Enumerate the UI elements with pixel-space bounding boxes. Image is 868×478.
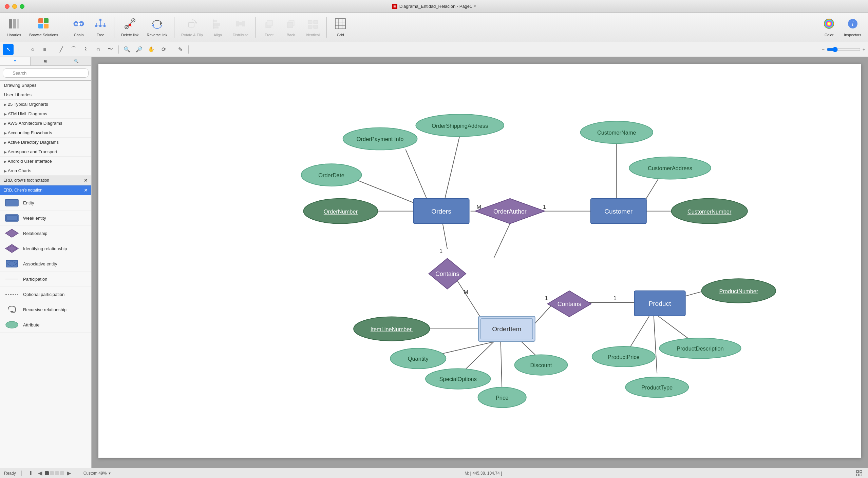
shape-attribute[interactable]: Attribute bbox=[0, 317, 91, 333]
shape-participation[interactable]: Participation bbox=[0, 272, 91, 287]
ellipse-tool[interactable]: ○ bbox=[27, 44, 38, 55]
erd-chens-panel-header[interactable]: ERD, Chen's notation ✕ bbox=[0, 185, 91, 195]
sidebar-item-drawing-shapes[interactable]: Drawing Shapes bbox=[0, 81, 91, 90]
line-tool[interactable]: ╱ bbox=[56, 44, 67, 55]
erd-chens-close[interactable]: ✕ bbox=[84, 187, 88, 193]
inspectors-icon: i bbox=[847, 18, 859, 32]
svg-text:Price: Price bbox=[496, 395, 508, 401]
browse-solutions-button[interactable]: Browse Solutions bbox=[26, 16, 61, 39]
shape-recursive-relationship[interactable]: Recursive relationship bbox=[0, 302, 91, 317]
app-icon: ⊞ bbox=[392, 4, 397, 9]
sidebar-item-aerospace[interactable]: Aerospace and Transport bbox=[0, 147, 91, 157]
sidebar-item-orgcharts[interactable]: 25 Typical Orgcharts bbox=[0, 100, 91, 109]
window-title: ⊞ Diagrama_Entidad_Relacion - Page1 ▾ bbox=[392, 4, 476, 9]
canvas-area[interactable]: M 1 1 M bbox=[92, 57, 868, 468]
rotate-flip-button[interactable]: Rotate & Flip bbox=[178, 16, 206, 39]
rect-tool[interactable]: □ bbox=[15, 44, 26, 55]
libraries-button[interactable]: Libraries bbox=[3, 16, 24, 39]
zoom-slider[interactable] bbox=[827, 47, 861, 52]
shape-entity[interactable]: Entity bbox=[0, 195, 91, 211]
sidebar-tab-search[interactable]: 🔍 bbox=[61, 57, 91, 65]
back-label: Back bbox=[287, 33, 295, 37]
color-button[interactable]: Color bbox=[819, 16, 839, 39]
associative-entity-preview bbox=[5, 259, 19, 268]
maximize-button[interactable] bbox=[20, 4, 24, 9]
zoom-out-icon[interactable]: − bbox=[822, 47, 825, 52]
hand-tool[interactable]: ✋ bbox=[146, 44, 157, 55]
identical-button[interactable]: Identical bbox=[302, 16, 323, 39]
next-page-arrow[interactable]: ▶ bbox=[65, 470, 72, 476]
prev-page-button[interactable]: ⏸ bbox=[27, 470, 35, 476]
connect-all-tool[interactable]: ⟳ bbox=[158, 44, 169, 55]
svg-text:1: 1 bbox=[545, 295, 548, 301]
tree-button[interactable]: Tree bbox=[90, 16, 111, 39]
svg-rect-141 bbox=[856, 471, 858, 473]
svg-rect-30 bbox=[213, 20, 217, 22]
svg-line-83 bbox=[501, 342, 502, 393]
connector-tool[interactable]: ⟤ bbox=[93, 44, 103, 55]
titlebar: ⊞ Diagrama_Entidad_Relacion - Page1 ▾ bbox=[0, 0, 868, 13]
status-text: Ready bbox=[4, 471, 16, 476]
erd-crows-panel-header[interactable]: ERD, crow's foot notation ✕ bbox=[0, 176, 91, 185]
sidebar-item-active-directory[interactable]: Active Directory Diagrams bbox=[0, 138, 91, 147]
shape-optional-participation[interactable]: Optional participation bbox=[0, 287, 91, 302]
select-tool[interactable]: ↖ bbox=[3, 44, 14, 55]
svg-rect-2 bbox=[17, 19, 19, 28]
shape-identifying-rel[interactable]: Identifying relationship bbox=[0, 241, 91, 256]
title-dropdown-icon[interactable]: ▾ bbox=[474, 4, 476, 8]
recursive-rel-preview bbox=[5, 305, 19, 314]
svg-text:i: i bbox=[852, 20, 853, 27]
minimize-button[interactable] bbox=[12, 4, 17, 9]
shape-relationship[interactable]: Relationship bbox=[0, 226, 91, 241]
back-button[interactable]: Back bbox=[281, 16, 301, 39]
optional-participation-label: Optional participation bbox=[23, 292, 64, 297]
svg-text:Contains: Contains bbox=[435, 271, 459, 277]
attribute-preview bbox=[5, 320, 19, 330]
shape-weak-entity[interactable]: Weak entity bbox=[0, 211, 91, 226]
svg-line-90 bbox=[628, 316, 649, 350]
sidebar-tab-list[interactable]: ≡ bbox=[0, 57, 31, 65]
chain-button[interactable]: Chain bbox=[69, 16, 89, 39]
svg-rect-32 bbox=[213, 26, 219, 28]
reverse-link-button[interactable]: Reverse link bbox=[144, 16, 171, 39]
inspectors-button[interactable]: i Inspectors bbox=[841, 16, 865, 39]
distribute-button[interactable]: Distribute bbox=[229, 16, 252, 39]
prev-page-arrow[interactable]: ◀ bbox=[37, 470, 43, 476]
text-tool[interactable]: ≡ bbox=[39, 44, 50, 55]
canvas[interactable]: M 1 1 M bbox=[98, 64, 861, 458]
page-dot-4[interactable] bbox=[60, 471, 64, 475]
sidebar-item-user-libraries[interactable]: User Libraries bbox=[0, 90, 91, 100]
grid-button[interactable]: Grid bbox=[330, 16, 351, 39]
search-input[interactable] bbox=[3, 68, 89, 78]
page-dot-1[interactable] bbox=[45, 471, 49, 475]
delete-link-button[interactable]: Delete link bbox=[118, 16, 142, 39]
erd-crows-close[interactable]: ✕ bbox=[84, 178, 88, 183]
fit-page-icon[interactable] bbox=[856, 470, 863, 477]
align-button[interactable]: Align bbox=[208, 16, 228, 39]
page-dot-3[interactable] bbox=[55, 471, 59, 475]
sidebar-item-atm-uml[interactable]: ATM UML Diagrams bbox=[0, 109, 91, 119]
polyline-tool[interactable]: ⌇ bbox=[80, 44, 91, 55]
svg-rect-1 bbox=[13, 19, 16, 28]
zoom-in-icon[interactable]: + bbox=[863, 47, 865, 52]
distribute-icon bbox=[234, 18, 247, 32]
sidebar-item-area-charts[interactable]: Area Charts bbox=[0, 166, 91, 176]
close-button[interactable] bbox=[5, 4, 10, 9]
zoom-dropdown-icon[interactable]: ▾ bbox=[109, 471, 111, 476]
svg-rect-13 bbox=[95, 25, 97, 27]
zoom-out-tool[interactable]: 🔎 bbox=[134, 44, 145, 55]
sidebar-tab-grid[interactable]: ⊞ bbox=[31, 57, 61, 65]
page-dot-2[interactable] bbox=[50, 471, 54, 475]
sidebar-item-android[interactable]: Android User Interface bbox=[0, 157, 91, 166]
sidebar-item-accounting[interactable]: Accounting Flowcharts bbox=[0, 128, 91, 138]
front-icon bbox=[263, 18, 275, 32]
shape-associative-entity[interactable]: Associative entity bbox=[0, 256, 91, 272]
erd-chens-label: ERD, Chen's notation bbox=[3, 188, 42, 193]
arc-tool[interactable]: ⌒ bbox=[68, 44, 79, 55]
freehand-tool[interactable]: 〜 bbox=[105, 44, 116, 55]
delete-link-label: Delete link bbox=[121, 33, 138, 37]
sidebar-item-aws[interactable]: AWS Architecture Diagrams bbox=[0, 119, 91, 128]
zoom-in-tool[interactable]: 🔍 bbox=[121, 44, 132, 55]
pencil-tool[interactable]: ✎ bbox=[175, 44, 186, 55]
front-button[interactable]: Front bbox=[259, 16, 279, 39]
